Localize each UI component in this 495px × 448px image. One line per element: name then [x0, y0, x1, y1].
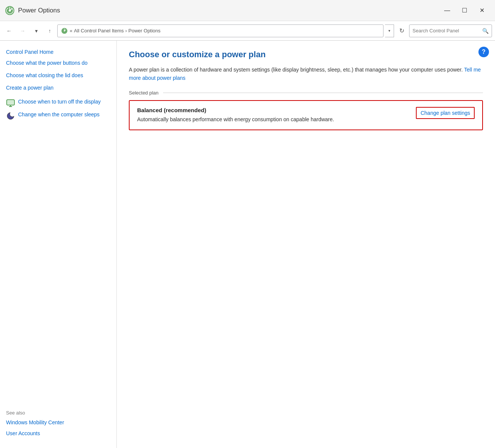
sidebar-item-windows-mobility[interactable]: Windows Mobility Center [6, 419, 110, 427]
selected-plan-label: Selected plan [129, 90, 159, 96]
sidebar-item-turn-off-display-container: Choose when to turn off the display [6, 98, 110, 108]
plan-name: Balanced (recommended) [137, 107, 408, 113]
dropdown-recent-button[interactable]: ▾ [30, 25, 42, 37]
content-area: ? Choose or customize a power plan A pow… [117, 41, 495, 448]
svg-rect-7 [8, 101, 14, 104]
search-input[interactable] [412, 28, 482, 34]
see-also-section: See also Windows Mobility Center User Ac… [6, 404, 110, 440]
address-bar: ← → ▾ ↑ « All Control Panel Items › Powe… [0, 21, 495, 41]
display-icon [6, 99, 15, 108]
sidebar-item-create-plan[interactable]: Create a power plan [6, 84, 110, 92]
close-button[interactable]: ✕ [473, 5, 490, 17]
back-button[interactable]: ← [3, 25, 15, 37]
path-separator-left: « [70, 28, 72, 34]
svg-point-3 [64, 30, 65, 32]
refresh-button[interactable]: ↻ [396, 25, 408, 37]
window-title: Power Options [18, 7, 438, 14]
path-arrow: › [125, 28, 127, 34]
description-body: A power plan is a collection of hardware… [129, 67, 463, 73]
plan-description: Automatically balances performance with … [137, 116, 408, 123]
help-button[interactable]: ? [478, 47, 489, 57]
forward-button[interactable]: → [17, 25, 29, 37]
sidebar-item-computer-sleeps[interactable]: Change when the computer sleeps [18, 111, 99, 119]
minimize-button[interactable]: — [438, 5, 456, 17]
main-layout: Control Panel Home Choose what the power… [0, 41, 495, 448]
path-icon [61, 27, 68, 35]
svg-point-1 [9, 9, 11, 12]
moon-icon [6, 111, 15, 120]
change-plan-link[interactable]: Change plan settings [416, 107, 475, 119]
section-divider: Selected plan [129, 90, 483, 96]
path-all-items[interactable]: All Control Panel Items [74, 28, 124, 34]
sidebar-item-power-buttons[interactable]: Choose what the power buttons do [6, 59, 110, 67]
plan-card: Balanced (recommended) Automatically bal… [129, 100, 483, 130]
search-icon-button[interactable]: 🔍 [482, 28, 489, 34]
window-controls: — ☐ ✕ [438, 5, 490, 17]
sidebar: Control Panel Home Choose what the power… [0, 41, 117, 448]
sidebar-item-user-accounts[interactable]: User Accounts [6, 430, 110, 437]
title-bar: Power Options — ☐ ✕ [0, 0, 495, 21]
page-title: Choose or customize a power plan [129, 50, 483, 59]
plan-info: Balanced (recommended) Automatically bal… [137, 107, 408, 123]
divider-line [163, 93, 483, 93]
sidebar-item-control-panel-home[interactable]: Control Panel Home [6, 48, 110, 56]
path-current: Power Options [128, 28, 160, 34]
sidebar-item-turn-off-display[interactable]: Choose when to turn off the display [18, 98, 101, 106]
search-box: 🔍 [409, 24, 492, 37]
sidebar-item-closing-lid[interactable]: Choose what closing the lid does [6, 72, 110, 79]
up-button[interactable]: ↑ [44, 25, 56, 37]
description-text: A power plan is a collection of hardware… [129, 66, 483, 82]
address-dropdown-button[interactable]: ▾ [385, 24, 394, 37]
sidebar-item-computer-sleeps-container: Change when the computer sleeps [6, 111, 110, 120]
see-also-label: See also [6, 410, 110, 416]
maximize-button[interactable]: ☐ [456, 5, 473, 17]
app-icon [5, 5, 15, 16]
sidebar-spacer [6, 123, 110, 404]
address-path-container: « All Control Panel Items › Power Option… [57, 24, 383, 37]
